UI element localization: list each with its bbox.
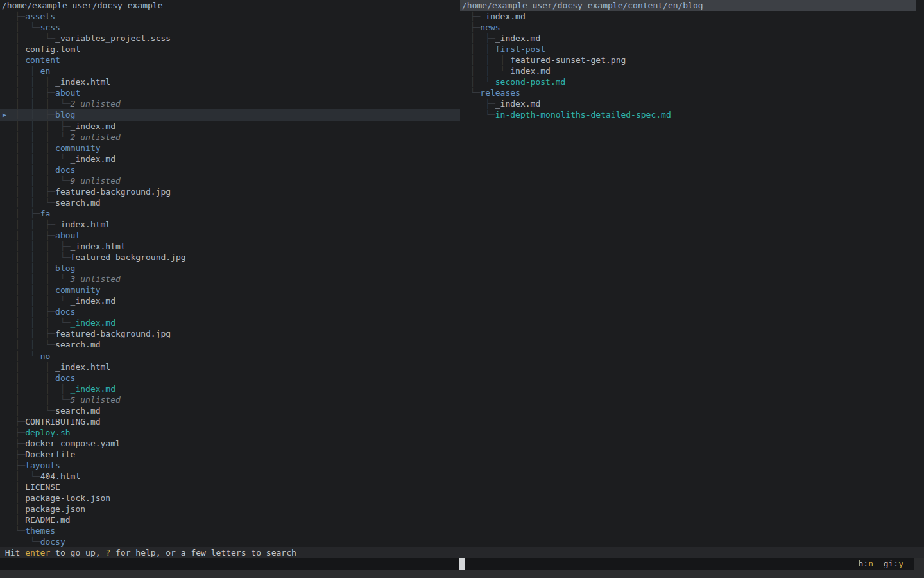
tree-node-label: _index.md (71, 296, 116, 306)
tree-row-docs[interactable]: │ │ ├─docs (0, 164, 460, 175)
tree-row-5-unlisted[interactable]: │ │ └─5 unlisted (0, 394, 460, 405)
tree-branch: │ │ │ └─ (0, 176, 71, 186)
tree-node-label: index.md (510, 66, 551, 76)
tree-row-community[interactable]: │ │ ├─community (0, 285, 460, 295)
tree-branch: └─ (0, 526, 25, 536)
tree-node-label: _index.html (55, 362, 110, 372)
tree-row--index-md[interactable]: ├─_index.md (460, 98, 924, 109)
tree-row-dockerfile[interactable]: ├─Dockerfile (0, 449, 460, 460)
tree-row-en[interactable]: │ ├─en (0, 66, 460, 76)
tree-row-404-html[interactable]: │ └─404.html (0, 471, 460, 482)
tree-branch: │ │ │ └─ (0, 252, 71, 262)
tree-row-first-post[interactable]: │ ├─first-post (460, 44, 924, 55)
tree-row--index-md[interactable]: ├─_index.md (460, 11, 924, 22)
tree-row-featured-background-jpg[interactable]: │ │ ├─featured-background.jpg (0, 328, 460, 339)
tree-node-label: Dockerfile (25, 450, 75, 459)
tree-row-docs[interactable]: │ │ ├─docs (0, 306, 460, 317)
tree-node-label: first-post (495, 44, 545, 54)
tree-branch: │ │ │ └─ (0, 274, 71, 284)
tree-node-label: CONTRIBUTING.md (25, 417, 100, 426)
tree-row-docsy[interactable]: └─docsy (0, 536, 460, 547)
tree-row-contributing-md[interactable]: ├─CONTRIBUTING.md (0, 416, 460, 427)
tree-node-label: docker-compose.yaml (25, 439, 121, 448)
tree-row-featured-sunset-get-png[interactable]: │ │ ├─featured-sunset-get.png (460, 55, 924, 66)
tree-row-search-md[interactable]: │ └─search.md (0, 405, 460, 416)
tree-node-label: 5 unlisted (71, 395, 121, 405)
tree-node-label: config.toml (25, 44, 80, 54)
command-input[interactable]: :e h:n gi:y (0, 558, 914, 570)
tree-row-featured-background-jpg[interactable]: │ │ │ └─featured-background.jpg (0, 252, 460, 263)
tree-branch: │ │ ├─ (0, 263, 55, 273)
tree-row--index-html[interactable]: │ ├─_index.html (0, 362, 460, 372)
tree-row-layouts[interactable]: ├─layouts (0, 460, 460, 471)
tree-row-search-md[interactable]: │ │ └─search.md (0, 339, 460, 350)
tree-row--index-md[interactable]: │ │ │ └─_index.md (0, 153, 460, 164)
tree-row-9-unlisted[interactable]: │ │ │ └─9 unlisted (0, 175, 460, 186)
tree-node-label: community (55, 143, 100, 153)
tree-row-blog[interactable]: │ │ ├─blog (0, 263, 460, 274)
tree-branch: │ ├─ (0, 66, 40, 76)
tree-row-3-unlisted[interactable]: │ │ │ └─3 unlisted (0, 274, 460, 285)
flag-label: gi: (884, 559, 898, 568)
tree-node-label: _index.html (55, 220, 110, 229)
tree-row-content[interactable]: ├─content (0, 55, 460, 66)
tree-node-label: LICENSE (25, 482, 60, 492)
tree-row-license[interactable]: ├─LICENSE (0, 482, 460, 493)
tree-row-2-unlisted[interactable]: │ │ │ └─2 unlisted (0, 98, 460, 109)
tree-branch: │ ├─ (0, 209, 40, 218)
tree-row--index-md[interactable]: │ │ │ ├─_index.md (0, 121, 460, 132)
tree-branch: │ │ ├─ (0, 285, 55, 295)
tree-node-label: docs (55, 307, 75, 317)
tree-row-deploy-sh[interactable]: ├─deploy.sh (0, 427, 460, 438)
tree-node-label: about (55, 231, 80, 240)
tree-row--index-html[interactable]: │ │ ├─_index.html (0, 76, 460, 87)
tree-branch: │ │ ├─ (0, 384, 71, 394)
tree-row--variables-project-scss[interactable]: │ └─_variables_project.scss (0, 33, 460, 44)
tree-branch: ├─ (0, 428, 25, 437)
tree-row-fa[interactable]: │ ├─fa (0, 208, 460, 219)
tree-row-blog[interactable]: ▶ │ │ ├─blog (0, 109, 460, 120)
tree-branch: │ └─ (0, 22, 40, 32)
tree-row--index-md[interactable]: │ │ ├─_index.md (0, 383, 460, 394)
tree-branch: │ │ │ └─ (0, 318, 71, 328)
tree-row-readme-md[interactable]: ├─README.md (0, 514, 460, 525)
left-tree-rows: ├─assets │ └─scss │ └─_variables_project… (0, 11, 460, 547)
tree-row-no[interactable]: │ └─no (0, 351, 460, 362)
tree-row-index-md[interactable]: │ │ └─index.md (460, 66, 924, 76)
terminal-bottom-strip (0, 570, 924, 578)
tree-row-second-post-md[interactable]: │ └─second-post.md (460, 76, 924, 87)
tree-row-assets[interactable]: ├─assets (0, 11, 460, 22)
tree-row-search-md[interactable]: │ │ └─search.md (0, 197, 460, 208)
tree-row-featured-background-jpg[interactable]: │ │ ├─featured-background.jpg (0, 186, 460, 197)
tree-row-community[interactable]: │ │ ├─community (0, 143, 460, 153)
tree-branch: │ └─ (0, 351, 40, 361)
tree-row-themes[interactable]: └─themes (0, 525, 460, 536)
tree-row-config-toml[interactable]: ├─config.toml (0, 44, 460, 55)
tree-node-label: fa (40, 209, 51, 218)
tree-row-package-json[interactable]: ├─package.json (0, 504, 460, 514)
tree-node-label: scss (40, 22, 60, 32)
tree-node-label: 9 unlisted (71, 176, 121, 186)
tree-row-2-unlisted[interactable]: │ │ │ └─2 unlisted (0, 132, 460, 143)
tree-row-package-lock-json[interactable]: ├─package-lock.json (0, 493, 460, 504)
status-text: for help, or a few letters to search (110, 548, 296, 557)
tree-row--index-md[interactable]: │ ├─_index.md (460, 33, 924, 44)
tree-node-label: second-post.md (495, 77, 566, 87)
tree-node-label: _index.md (71, 121, 116, 131)
tree-row-about[interactable]: │ │ ├─about (0, 230, 460, 241)
tree-row-scss[interactable]: │ └─scss (0, 22, 460, 33)
tree-branch: │ │ ├─ (0, 77, 55, 87)
tree-row-about[interactable]: │ │ ├─about (0, 87, 460, 98)
tree-branch: ├─ (0, 417, 25, 426)
tree-row--index-md[interactable]: │ │ │ └─_index.md (0, 295, 460, 306)
tree-row--index-html[interactable]: │ │ │ ├─_index.html (0, 241, 460, 252)
tree-row--index-md[interactable]: │ │ │ └─_index.md (0, 317, 460, 328)
tree-row-docker-compose-yaml[interactable]: ├─docker-compose.yaml (0, 438, 460, 449)
tree-row--index-html[interactable]: │ │ ├─_index.html (0, 219, 460, 230)
tree-row-docs[interactable]: │ ├─docs (0, 372, 460, 383)
tree-row-news[interactable]: ├─news (460, 22, 924, 33)
tree-branch: │ │ └─ (0, 340, 55, 349)
tree-branch: ├─ (0, 515, 25, 525)
tree-row-in-depth-monoliths-detailed-spec-md[interactable]: └─in-depth-monoliths-detailed-spec.md (460, 109, 924, 120)
tree-row-releases[interactable]: └─releases (460, 87, 924, 98)
